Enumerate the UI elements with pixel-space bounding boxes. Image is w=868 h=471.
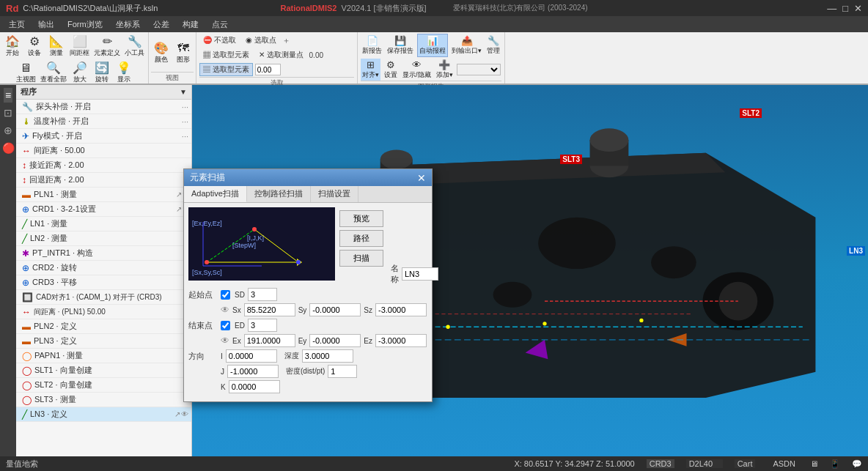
tb-select-measure-pt[interactable]: ✕ 选取测量点 bbox=[255, 48, 307, 62]
tab-control-path[interactable]: 控制路径扫描 bbox=[247, 186, 311, 202]
tb-interval[interactable]: ⬜间距框 bbox=[68, 34, 91, 59]
tb-measure[interactable]: 📐测量 bbox=[46, 34, 67, 59]
scan-button[interactable]: 扫描 bbox=[339, 250, 383, 267]
tb-new-report[interactable]: 📄新报告 bbox=[361, 34, 383, 56]
strip-icon2[interactable]: ⊡ bbox=[2, 105, 14, 120]
sidebar-item-crd3[interactable]: ⊕ CRD3 · 平移 bbox=[16, 275, 191, 290]
close-button[interactable]: ✕ bbox=[854, 3, 862, 14]
dialog-close-button[interactable]: ✕ bbox=[417, 172, 426, 184]
name-input[interactable] bbox=[402, 267, 438, 281]
ln3-action1[interactable]: ↗ bbox=[174, 410, 180, 418]
tb-zoom[interactable]: 🔎放大 bbox=[70, 60, 90, 85]
strip-icon4[interactable]: 🔴 bbox=[1, 141, 16, 155]
tb-to-output[interactable]: 📤到输出口▾ bbox=[450, 34, 483, 56]
density-input[interactable] bbox=[328, 365, 357, 378]
sidebar-item-fly-mode[interactable]: ✈ Fly模式 · 开启 ··· bbox=[16, 129, 191, 144]
tb-display[interactable]: 💡显示 bbox=[114, 60, 134, 85]
tb-add[interactable]: ＋ bbox=[282, 35, 290, 46]
sidebar-item-cad-align[interactable]: 🔲 CAD对齐1 · (CADM_1) 对开于 (CRD3) bbox=[16, 290, 191, 305]
j-input[interactable] bbox=[227, 365, 279, 378]
status-icon1[interactable]: 🖥 bbox=[810, 459, 818, 468]
tb-select-type-elem[interactable]: ▦ 选取型元素 bbox=[199, 48, 253, 62]
tb-save-report[interactable]: 💾保存报告 bbox=[386, 34, 415, 56]
fly-mode-menu[interactable]: ··· bbox=[182, 132, 188, 141]
sidebar-item-slt3[interactable]: ◯ SLT3 · 测量 ↗ bbox=[16, 393, 191, 407]
sd-checkbox[interactable] bbox=[221, 290, 230, 300]
sidebar-item-dist4[interactable]: ↔ 间距离 · (PLN1) 50.00 bbox=[16, 305, 191, 319]
menu-home[interactable]: 主页 bbox=[3, 18, 31, 31]
maximize-button[interactable]: □ bbox=[842, 3, 848, 14]
start-point-pick[interactable]: 👁 bbox=[221, 305, 229, 315]
sidebar-item-temp-comp[interactable]: 🌡 温度补偿 · 开启 ··· bbox=[16, 114, 191, 129]
k-input[interactable] bbox=[229, 380, 280, 393]
status-icon2[interactable]: 📱 bbox=[830, 459, 840, 469]
menu-output[interactable]: 输出 bbox=[32, 18, 60, 31]
sidebar-item-crd1[interactable]: ⊕ CRD1 · 3-2-1设置 ↗ ✎ bbox=[16, 202, 191, 217]
tb-map[interactable]: 🗺图形 bbox=[173, 41, 194, 65]
tb-add-btn[interactable]: ➕添加▾ bbox=[435, 59, 455, 81]
sidebar-item-dist2[interactable]: ↕ 接近距离 · 2.00 bbox=[16, 158, 191, 173]
tb-settings[interactable]: ⚙设置 bbox=[383, 59, 399, 81]
sidebar-item-ln3[interactable]: ╱ LN3 · 定义 ↗ 👁 bbox=[16, 407, 191, 422]
sidebar-item-slt1[interactable]: ◯ SLT1 · 向量创建 ↗ bbox=[16, 363, 191, 378]
tab-scan-settings[interactable]: 扫描设置 bbox=[311, 186, 358, 202]
minimize-button[interactable]: — bbox=[827, 3, 836, 14]
strip-program[interactable]: ≡ bbox=[4, 88, 12, 103]
sidebar-item-ln2[interactable]: ╱ LN2 · 测量 ↗ bbox=[16, 231, 191, 246]
tb-align[interactable]: ⊞对齐▾ bbox=[361, 59, 380, 81]
path-button[interactable]: 路径 bbox=[339, 230, 383, 247]
report-dropdown[interactable] bbox=[457, 64, 501, 75]
sidebar-item-pln3[interactable]: ▬ PLN3 · 定义 ↗ bbox=[16, 334, 191, 349]
sidebar-scroll[interactable]: ▼ bbox=[180, 88, 187, 96]
end-point-pick[interactable]: 👁 bbox=[221, 335, 229, 346]
sidebar-item-slt2[interactable]: ◯ SLT2 · 向量创建 ↗ bbox=[16, 378, 191, 393]
depth-input[interactable] bbox=[302, 349, 353, 363]
sz-input[interactable] bbox=[375, 303, 427, 316]
sd-input[interactable] bbox=[248, 288, 277, 301]
tb-select-type-elem-active[interactable]: ▤ 选取型元素 bbox=[199, 63, 253, 76]
tb-color[interactable]: 🎨颜色 bbox=[151, 40, 172, 65]
tb-no-select[interactable]: ⛔ 不选取 bbox=[199, 34, 240, 47]
tb-main-view[interactable]: 🖥主视图 bbox=[15, 61, 37, 85]
tb-auto-report[interactable]: 📊自动报程 bbox=[417, 34, 448, 57]
sidebar-item-probe-comp[interactable]: 🔧 探头补偿 · 开启 ··· bbox=[16, 100, 191, 114]
select-input-value[interactable] bbox=[255, 64, 281, 75]
ln3-action2[interactable]: 👁 bbox=[181, 410, 188, 418]
menu-construct[interactable]: 构建 bbox=[177, 18, 205, 31]
sidebar-item-papn1[interactable]: ◯ PAPN1 · 测量 ↗ bbox=[16, 349, 191, 363]
tb-rotate[interactable]: 🔄旋转 bbox=[92, 60, 112, 85]
sidebar-item-ln1[interactable]: ╱ LN1 · 测量 ↗ bbox=[16, 217, 191, 231]
tb-tools[interactable]: 🔧小工具 bbox=[123, 34, 146, 59]
preview-button[interactable]: 预览 bbox=[339, 210, 383, 227]
sidebar-item-dist1[interactable]: ↔ 间距离 · 50.00 bbox=[16, 144, 191, 158]
sidebar-item-crd2[interactable]: ⊕ CRD2 · 旋转 bbox=[16, 261, 191, 275]
tb-elem-def[interactable]: ✏元素定义 bbox=[92, 34, 122, 59]
sidebar-item-dist3[interactable]: ↕ 回退距离 · 2.00 bbox=[16, 173, 191, 188]
crd1-action1[interactable]: ↗ bbox=[176, 205, 182, 213]
ed-checkbox[interactable] bbox=[221, 321, 230, 330]
tb-device[interactable]: ⚙设备 bbox=[24, 34, 45, 59]
tb-select-point[interactable]: ◉ 选取点 bbox=[242, 34, 280, 47]
menu-coord[interactable]: 坐标系 bbox=[110, 18, 146, 31]
ey-input[interactable] bbox=[309, 334, 361, 347]
sidebar-item-pt-intr1[interactable]: ✱ PT_INTR1 · 构造 ↗ bbox=[16, 246, 191, 261]
strip-icon3[interactable]: ⊕ bbox=[2, 123, 14, 138]
tb-manage[interactable]: 🔧管理 bbox=[485, 34, 501, 56]
temp-comp-menu[interactable]: ··· bbox=[182, 117, 188, 126]
tab-adaptive-scan[interactable]: Adaptive扫描 bbox=[184, 186, 247, 202]
ex-input[interactable] bbox=[244, 334, 295, 347]
menu-pointcloud[interactable]: 点云 bbox=[206, 18, 234, 31]
sy-input[interactable] bbox=[309, 303, 361, 316]
titlebar-controls[interactable]: — □ ✕ bbox=[827, 3, 862, 14]
i-input[interactable] bbox=[226, 349, 277, 363]
sidebar-item-pln2[interactable]: ▬ PLN2 · 定义 ↗ bbox=[16, 319, 191, 334]
status-icon3[interactable]: 💬 bbox=[852, 459, 862, 469]
tb-view-all[interactable]: 🔍查看全部 bbox=[39, 60, 68, 85]
ed-input[interactable] bbox=[248, 319, 277, 332]
menu-tolerance[interactable]: 公差 bbox=[147, 18, 175, 31]
sidebar-item-pln1[interactable]: ▬ PLN1 · 测量 ↗ ✎ bbox=[16, 188, 191, 202]
tb-start[interactable]: 🏠开始 bbox=[2, 34, 23, 59]
ez-input[interactable] bbox=[375, 334, 427, 347]
tb-show-hide[interactable]: 👁显示/隐藏 bbox=[401, 59, 433, 81]
menu-form[interactable]: Form浏览 bbox=[62, 18, 108, 31]
